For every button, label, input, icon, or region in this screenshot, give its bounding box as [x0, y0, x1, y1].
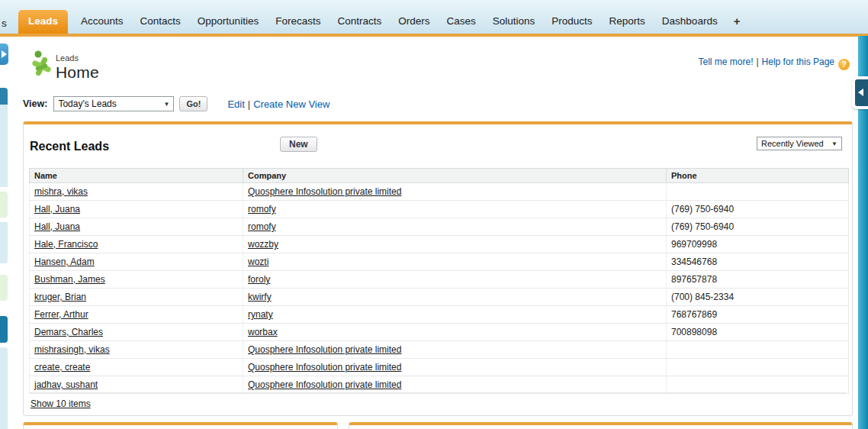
tab-contracts[interactable]: Contracts	[329, 10, 390, 34]
lead-phone: 897657878	[671, 274, 717, 285]
go-button[interactable]: Go!	[179, 96, 207, 111]
lead-company-link[interactable]: romofy	[248, 221, 276, 232]
panel-footer: Show 10 items	[29, 392, 847, 414]
lead-name-link[interactable]: Ferrer, Arthur	[34, 309, 88, 320]
lead-company-link[interactable]: Quosphere Infosolution private limited	[248, 344, 401, 355]
separator: |	[756, 56, 758, 67]
table-row: Hall, Juanaromofy(769) 750-6940	[30, 201, 849, 218]
lead-name-link[interactable]: Bushman, James	[34, 274, 105, 285]
recent-filter-value: Recently Viewed	[761, 139, 824, 148]
new-lead-button[interactable]: New	[280, 137, 317, 152]
tab-contacts[interactable]: Contacts	[132, 10, 189, 34]
lead-name-link[interactable]: mishra, vikas	[34, 186, 88, 197]
tab-products[interactable]: Products	[543, 10, 600, 34]
lead-phone: 700898098	[671, 327, 717, 337]
lead-name-link[interactable]: Hall, Juana	[34, 204, 80, 214]
bottom-panel-left	[23, 422, 338, 429]
sidebar-collapse-toggle[interactable]	[852, 76, 868, 109]
lead-company-link[interactable]: Quosphere Infosolution private limited	[248, 379, 401, 390]
tell-me-more-link[interactable]: Tell me more!	[698, 56, 753, 67]
tab-leads[interactable]: Leads	[18, 10, 68, 34]
column-header-phone[interactable]: Phone	[667, 169, 849, 183]
table-row: jadhav, sushantQuosphere Infosolution pr…	[30, 376, 849, 394]
lead-name-link[interactable]: mishrasingh, vikas	[34, 344, 110, 355]
lead-name-link[interactable]: Demars, Charles	[34, 327, 103, 337]
help-for-page-link[interactable]: Help for this Page	[762, 56, 834, 67]
tab-forecasts[interactable]: Forecasts	[267, 10, 329, 34]
column-header-name[interactable]: Name	[30, 169, 243, 183]
table-row: Ferrer, Arthurrynaty768767869	[30, 306, 849, 324]
left-sidebar-panel	[0, 105, 8, 187]
recent-filter-select[interactable]: Recently Viewed ▼	[757, 137, 842, 150]
lead-company-link[interactable]: wozti	[248, 256, 268, 267]
page-title: Home	[56, 63, 99, 81]
table-row: Bushman, Jamesforoly897657878	[30, 271, 849, 289]
tab-strip: Leads Accounts Contacts Opportunities Fo…	[18, 10, 747, 34]
chevron-down-icon: ▼	[831, 140, 837, 147]
recent-leads-panel: Recent Leads New Recently Viewed ▼ Name …	[23, 121, 853, 416]
panel-title: Recent Leads	[30, 140, 109, 153]
edit-view-link[interactable]: Edit	[227, 98, 244, 110]
lead-company-link[interactable]: worbax	[248, 327, 278, 337]
lead-company-link[interactable]: Quosphere Infosolution private limited	[248, 362, 401, 373]
left-sidebar-item	[0, 192, 8, 218]
left-sidebar-arrow-icon[interactable]	[0, 44, 8, 65]
table-row: mishra, vikasQuosphere Infosolution priv…	[30, 183, 849, 201]
table-row: Hall, Juanaromofy(769) 750-6940	[30, 218, 849, 236]
lead-name-link[interactable]: Hale, Francisco	[34, 239, 98, 250]
lead-phone: 969709998	[671, 239, 717, 250]
view-select[interactable]: Today's Leads ▼	[53, 96, 174, 111]
lead-company-link[interactable]: foroly	[248, 274, 270, 285]
lead-name-link[interactable]: Hall, Juana	[34, 221, 80, 232]
salesforce-classic-leads-home: s Leads Accounts Contacts Opportunities …	[0, 0, 868, 429]
view-bar: View: Today's Leads ▼ Go! Edit|Create Ne…	[23, 96, 330, 111]
show-10-items-link[interactable]: Show 10 items	[31, 398, 91, 409]
bottom-panel-right	[349, 422, 853, 429]
left-sidebar-panel	[0, 347, 8, 429]
page-header: Leads Home	[56, 53, 99, 82]
view-select-value: Today's Leads	[58, 98, 116, 109]
lead-company-link[interactable]: Quosphere Infosolution private limited	[248, 186, 401, 197]
lead-phone: (769) 750-6940	[671, 204, 734, 214]
lead-phone: (700) 845-2334	[671, 292, 734, 302]
table-row: Demars, Charlesworbax700898098	[30, 324, 849, 341]
table-row: kruger, Briankwirfy(700) 845-2334	[30, 289, 849, 306]
cropped-tab-label[interactable]: s	[2, 18, 7, 29]
tab-reports[interactable]: Reports	[601, 10, 654, 34]
lead-company-link[interactable]: kwirfy	[248, 292, 272, 302]
separator: |	[248, 98, 250, 110]
leads-icon	[31, 49, 52, 78]
tab-accounts[interactable]: Accounts	[72, 10, 132, 34]
tab-cases[interactable]: Cases	[438, 10, 484, 34]
tab-dashboards[interactable]: Dashboards	[654, 10, 726, 34]
add-tab-icon[interactable]: +	[726, 10, 748, 34]
help-links: Tell me more!|Help for this Page?	[698, 56, 850, 70]
table-row: mishrasingh, vikasQuosphere Infosolution…	[30, 341, 849, 359]
view-links: Edit|Create New View	[227, 98, 330, 110]
create-new-view-link[interactable]: Create New View	[253, 98, 330, 110]
lead-company-link[interactable]: rynaty	[248, 309, 273, 320]
tab-opportunities[interactable]: Opportunities	[189, 10, 267, 34]
left-sidebar-panel	[0, 222, 8, 263]
lead-name-link[interactable]: kruger, Brian	[34, 292, 86, 302]
tab-solutions[interactable]: Solutions	[484, 10, 544, 34]
object-label: Leads	[56, 53, 99, 63]
table-row: Hale, Franciscowozzby969709998	[30, 236, 849, 253]
column-header-company[interactable]: Company	[243, 169, 667, 183]
lead-phone: 768767869	[671, 309, 717, 320]
lead-phone: (769) 750-6940	[671, 221, 734, 232]
view-label: View:	[23, 98, 47, 109]
lead-name-link[interactable]: jadhav, sushant	[34, 379, 98, 390]
recent-leads-table: Name Company Phone mishra, vikasQuospher…	[29, 168, 849, 394]
table-row: create, createQuosphere Infosolution pri…	[30, 359, 849, 376]
left-sidebar-section-header	[0, 316, 8, 343]
help-icon[interactable]: ?	[838, 59, 850, 70]
left-sidebar-item	[0, 275, 8, 301]
tab-orders[interactable]: Orders	[390, 10, 438, 34]
lead-name-link[interactable]: create, create	[34, 362, 90, 373]
lead-company-link[interactable]: wozzby	[248, 239, 278, 250]
lead-name-link[interactable]: Hansen, Adam	[34, 256, 95, 267]
lead-company-link[interactable]: romofy	[248, 204, 276, 214]
left-sidebar-section-header	[0, 88, 8, 105]
table-header-row: Name Company Phone	[30, 169, 849, 183]
